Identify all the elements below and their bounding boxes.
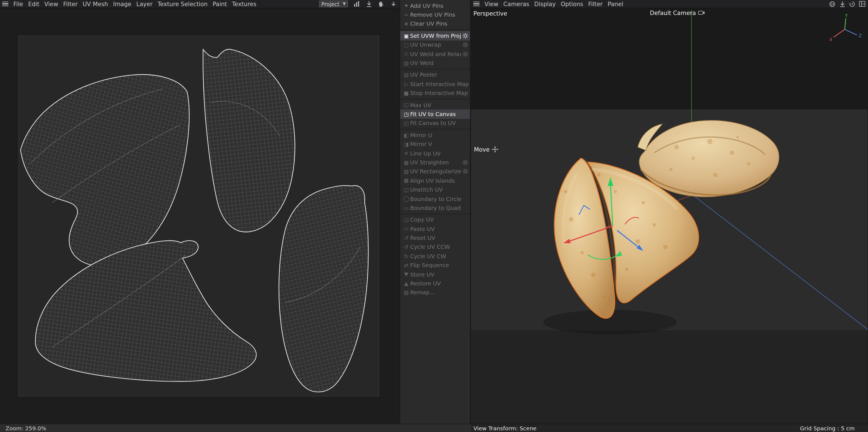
weld-relax-icon: ◇: [402, 51, 410, 57]
uv-canvas[interactable]: [18, 35, 379, 397]
uv-item-uv-weld-and-relax[interactable]: ◇UV Weld and Relax: [400, 50, 470, 59]
uv-island-top-center[interactable]: [203, 49, 295, 232]
uv-item-paste-uv[interactable]: ▱Paste UV: [400, 224, 470, 233]
gear-icon[interactable]: [462, 33, 468, 39]
scene-3d[interactable]: Perspective Default Camera Move Y X Z: [471, 8, 868, 424]
line-up-icon: ≡: [402, 151, 410, 156]
uv-item-clear-uv-pins[interactable]: ×Clear UV Pins: [400, 20, 470, 29]
vp-menu-display[interactable]: Display: [534, 1, 556, 7]
axis-label-x: X: [830, 37, 833, 42]
menu-texture-selection[interactable]: Texture Selection: [158, 1, 208, 7]
history-icon[interactable]: [848, 1, 856, 7]
paste-icon: ▱: [402, 226, 410, 232]
vp-menu-cameras[interactable]: Cameras: [503, 1, 529, 7]
play-icon: ▷: [402, 81, 410, 87]
viewport-menubar-items: ViewCamerasDisplayOptionsFilterPanel: [485, 1, 623, 7]
pin-remove-icon: −: [402, 12, 410, 18]
uv-item-fit-uv-to-canvas[interactable]: ◳Fit UV to Canvas: [400, 110, 470, 119]
vp-menu-view[interactable]: View: [485, 1, 498, 7]
gear-icon[interactable]: [462, 160, 468, 166]
uv-island-bottom-left[interactable]: [35, 241, 256, 381]
uv-item-line-up-uv[interactable]: ≡Line Up UV: [400, 149, 470, 158]
max-uv-icon: ◱: [402, 103, 410, 108]
menu-textures[interactable]: Textures: [232, 1, 256, 7]
menu-layer[interactable]: Layer: [136, 1, 153, 7]
uv-command-panel: +Add UV Pins−Remove UV Pins×Clear UV Pin…: [400, 0, 471, 424]
uv-item-max-uv[interactable]: ◱Max UV: [400, 100, 470, 110]
uv-item-uv-weld[interactable]: ▥UV Weld: [400, 59, 470, 68]
uv-item-mirror-u[interactable]: ◧Mirror U: [400, 131, 470, 140]
scene-render: [471, 8, 867, 424]
menu-uv-mesh[interactable]: UV Mesh: [83, 1, 108, 7]
uv-item-boundary-to-quad[interactable]: ▭Boundary to Quad: [400, 203, 470, 212]
weld-icon: ▥: [402, 60, 410, 66]
vp-menu-filter[interactable]: Filter: [588, 1, 603, 7]
menu-filter[interactable]: Filter: [63, 1, 78, 7]
pin-add-icon: +: [402, 3, 410, 8]
viewport-menu-icon[interactable]: [473, 1, 479, 6]
uv-item-cycle-uv-cw[interactable]: ↻Cycle UV CW: [400, 252, 470, 261]
store-icon: ▼: [402, 272, 410, 277]
unstitch-icon: ◫: [402, 187, 410, 193]
copy-icon: ◲: [402, 217, 410, 222]
uv-item-uv-unwrap[interactable]: □UV Unwrap: [400, 40, 470, 50]
uv-item-remove-uv-pins[interactable]: −Remove UV Pins: [400, 10, 470, 20]
histogram-icon[interactable]: [353, 1, 360, 7]
pan-hand-icon[interactable]: [377, 1, 384, 7]
vp-menu-options[interactable]: Options: [561, 1, 583, 7]
uv-item-mirror-v[interactable]: ◨Mirror V: [400, 140, 470, 149]
vp-menu-panel[interactable]: Panel: [608, 1, 623, 7]
uv-item-reset-uv[interactable]: ↺Reset UV: [400, 233, 470, 243]
uv-item-flip-sequence[interactable]: ⇄Flip Sequence: [400, 261, 470, 270]
gear-icon[interactable]: [462, 169, 468, 175]
uv-item-cycle-uv-ccw[interactable]: ↺Cycle UV CCW: [400, 243, 470, 252]
straighten-icon: ▦: [402, 160, 410, 165]
panels-icon[interactable]: [859, 1, 866, 7]
app-menu-icon[interactable]: [2, 1, 8, 6]
uv-item-align-uv-islands[interactable]: ▩Align UV Islands: [400, 176, 470, 185]
uv-item-restore-uv[interactable]: ▲Restore UV: [400, 279, 470, 288]
uv-item-copy-uv[interactable]: ◲Copy UV: [400, 215, 470, 224]
uv-item-start-interactive-mapping[interactable]: ▷Start Interactive Mapping: [400, 79, 470, 89]
menu-edit[interactable]: Edit: [28, 1, 39, 7]
menu-paint[interactable]: Paint: [213, 1, 227, 7]
cycle-ccw-icon: ↺: [402, 244, 410, 250]
uv-item-uv-peeler[interactable]: ▤UV Peeler: [400, 70, 470, 79]
camera-label[interactable]: Default Camera: [650, 9, 705, 16]
uv-panel-group-clipboard: ◲Copy UV▱Paste UV↺Reset UV↺Cycle UV CCW↻…: [400, 214, 470, 298]
download-icon[interactable]: [839, 1, 846, 7]
orientation-axis-gizmo[interactable]: Y X Z: [825, 13, 865, 45]
uv-item-remap[interactable]: ▨Remap...: [400, 288, 470, 297]
menu-image[interactable]: Image: [113, 1, 131, 7]
uv-item-boundary-to-circle[interactable]: ◯Boundary to Circle: [400, 194, 470, 203]
uv-island-right[interactable]: [279, 185, 368, 392]
material-sphere-icon[interactable]: [829, 1, 836, 7]
boundary-circle-icon: ◯: [402, 196, 410, 202]
scene-sky: [471, 8, 867, 109]
flip-icon: ⇄: [402, 263, 410, 268]
mirror-v-icon: ◨: [402, 142, 410, 147]
uv-item-add-uv-pins[interactable]: +Add UV Pins: [400, 1, 470, 10]
gear-icon[interactable]: [462, 42, 468, 48]
tool-label[interactable]: Move: [474, 146, 498, 153]
uv-item-fit-canvas-to-uv[interactable]: ◰Fit Canvas to UV: [400, 119, 470, 128]
uv-item-stop-interactive-mapping[interactable]: ■Stop Interactive Mapping: [400, 89, 470, 98]
uv-item-uv-straighten[interactable]: ▦UV Straighten: [400, 158, 470, 167]
pin-clear-icon: ×: [402, 21, 410, 26]
uv-item-set-uvw-from-projection[interactable]: ▣Set UVW from Projection: [400, 31, 470, 40]
uv-item-unstitch-uv[interactable]: ◫Unstitch UV: [400, 185, 470, 194]
uv-panel-group-pins: +Add UV Pins−Remove UV Pins×Clear UV Pin…: [400, 0, 470, 30]
project-dropdown[interactable]: Project ▼: [319, 1, 348, 7]
uv-island-top-left[interactable]: [21, 75, 189, 266]
export-down-icon[interactable]: [390, 1, 397, 7]
uv-item-store-uv[interactable]: ▼Store UV: [400, 270, 470, 279]
import-down-icon[interactable]: [365, 1, 372, 7]
uv-panel-group-transform: ◧Mirror U◨Mirror V≡Line Up UV▦UV Straigh…: [400, 129, 470, 214]
menu-file[interactable]: File: [13, 1, 23, 7]
uv-canvas-area[interactable]: [0, 8, 399, 424]
projection-label[interactable]: Perspective: [473, 10, 507, 17]
fit-canvas-icon: ◰: [402, 120, 410, 126]
uv-item-uv-rectangularize[interactable]: ▧UV Rectangularize: [400, 167, 470, 176]
menu-view[interactable]: View: [44, 1, 58, 7]
gear-icon[interactable]: [462, 51, 468, 57]
